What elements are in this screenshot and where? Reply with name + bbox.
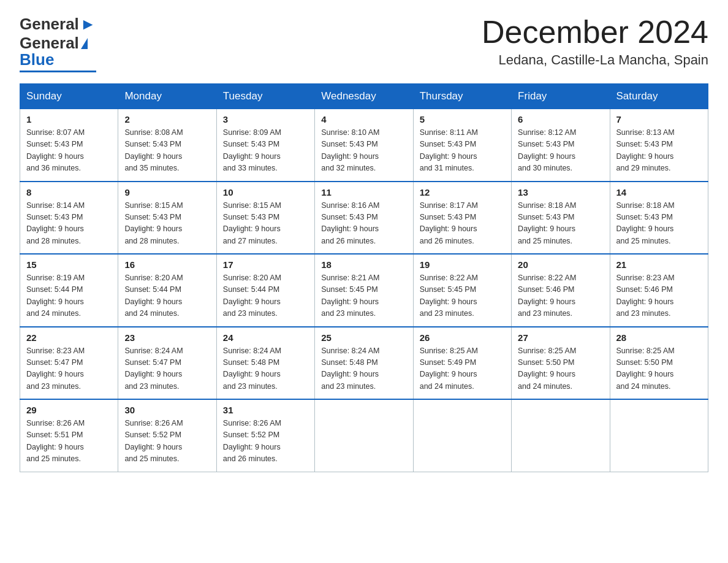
- day-cell: 28 Sunrise: 8:25 AMSunset: 5:50 PMDaylig…: [610, 327, 708, 400]
- day-cell: 26 Sunrise: 8:25 AMSunset: 5:49 PMDaylig…: [413, 327, 511, 400]
- day-number: 28: [616, 332, 702, 343]
- page-header: General ► General Blue December 2024 Led…: [20, 15, 708, 72]
- header-row: SundayMondayTuesdayWednesdayThursdayFrid…: [20, 84, 708, 109]
- col-header-wednesday: Wednesday: [315, 84, 413, 109]
- day-number: 17: [223, 259, 308, 270]
- day-number: 5: [420, 114, 505, 124]
- day-info: Sunrise: 8:17 AMSunset: 5:43 PMDaylight:…: [420, 201, 478, 245]
- day-cell: 20 Sunrise: 8:22 AMSunset: 5:46 PMDaylig…: [512, 254, 610, 327]
- day-info: Sunrise: 8:07 AMSunset: 5:43 PMDaylight:…: [26, 128, 85, 172]
- day-number: 14: [616, 187, 702, 197]
- day-number: 30: [124, 405, 210, 415]
- day-cell: 18 Sunrise: 8:21 AMSunset: 5:45 PMDaylig…: [315, 254, 413, 327]
- logo-general: General: [20, 15, 79, 34]
- day-cell: 30 Sunrise: 8:26 AMSunset: 5:52 PMDaylig…: [118, 399, 216, 472]
- day-info: Sunrise: 8:23 AMSunset: 5:47 PMDaylight:…: [26, 347, 85, 391]
- logo-blue: ►: [80, 15, 96, 34]
- day-info: Sunrise: 8:19 AMSunset: 5:44 PMDaylight:…: [26, 274, 85, 318]
- day-number: 11: [321, 187, 406, 197]
- day-cell: 10 Sunrise: 8:15 AMSunset: 5:43 PMDaylig…: [216, 182, 314, 255]
- day-cell: 22 Sunrise: 8:23 AMSunset: 5:47 PMDaylig…: [20, 327, 118, 400]
- week-row-3: 15 Sunrise: 8:19 AMSunset: 5:44 PMDaylig…: [20, 254, 708, 327]
- day-cell: 4 Sunrise: 8:10 AMSunset: 5:43 PMDayligh…: [315, 109, 413, 182]
- location-title: Ledana, Castille-La Mancha, Spain: [482, 52, 708, 68]
- day-info: Sunrise: 8:16 AMSunset: 5:43 PMDaylight:…: [321, 201, 379, 245]
- day-number: 24: [223, 332, 308, 343]
- day-cell: 9 Sunrise: 8:15 AMSunset: 5:43 PMDayligh…: [118, 182, 216, 255]
- day-info: Sunrise: 8:10 AMSunset: 5:43 PMDaylight:…: [321, 128, 379, 172]
- day-cell: 2 Sunrise: 8:08 AMSunset: 5:43 PMDayligh…: [118, 109, 216, 182]
- logo: General ► General Blue: [20, 15, 96, 72]
- day-number: 22: [26, 332, 112, 343]
- day-cell: [315, 399, 413, 472]
- logo-text: General ►: [20, 15, 96, 34]
- day-info: Sunrise: 8:09 AMSunset: 5:43 PMDaylight:…: [223, 128, 281, 172]
- day-number: 4: [321, 114, 406, 124]
- day-number: 29: [26, 405, 112, 415]
- logo-underline: [20, 71, 96, 72]
- logo-arrow-icon: [81, 38, 88, 49]
- week-row-2: 8 Sunrise: 8:14 AMSunset: 5:43 PMDayligh…: [20, 182, 708, 255]
- day-info: Sunrise: 8:08 AMSunset: 5:43 PMDaylight:…: [124, 128, 183, 172]
- day-number: 26: [420, 332, 505, 343]
- day-info: Sunrise: 8:26 AMSunset: 5:52 PMDaylight:…: [223, 419, 281, 463]
- day-number: 13: [518, 187, 603, 197]
- day-cell: 27 Sunrise: 8:25 AMSunset: 5:50 PMDaylig…: [512, 327, 610, 400]
- day-number: 3: [223, 114, 308, 124]
- day-cell: 17 Sunrise: 8:20 AMSunset: 5:44 PMDaylig…: [216, 254, 314, 327]
- day-number: 1: [26, 114, 112, 124]
- week-row-5: 29 Sunrise: 8:26 AMSunset: 5:51 PMDaylig…: [20, 399, 708, 472]
- day-number: 16: [124, 259, 210, 270]
- day-info: Sunrise: 8:13 AMSunset: 5:43 PMDaylight:…: [616, 128, 675, 172]
- week-row-4: 22 Sunrise: 8:23 AMSunset: 5:47 PMDaylig…: [20, 327, 708, 400]
- day-cell: 1 Sunrise: 8:07 AMSunset: 5:43 PMDayligh…: [20, 109, 118, 182]
- day-cell: 12 Sunrise: 8:17 AMSunset: 5:43 PMDaylig…: [413, 182, 511, 255]
- day-number: 27: [518, 332, 603, 343]
- day-number: 7: [616, 114, 702, 124]
- col-header-monday: Monday: [118, 84, 216, 109]
- day-cell: 23 Sunrise: 8:24 AMSunset: 5:47 PMDaylig…: [118, 327, 216, 400]
- col-header-saturday: Saturday: [610, 84, 708, 109]
- day-number: 25: [321, 332, 406, 343]
- day-cell: 29 Sunrise: 8:26 AMSunset: 5:51 PMDaylig…: [20, 399, 118, 472]
- day-number: 2: [124, 114, 210, 124]
- day-info: Sunrise: 8:25 AMSunset: 5:49 PMDaylight:…: [420, 347, 478, 391]
- day-info: Sunrise: 8:24 AMSunset: 5:47 PMDaylight:…: [124, 347, 183, 391]
- day-info: Sunrise: 8:26 AMSunset: 5:52 PMDaylight:…: [124, 419, 183, 463]
- day-cell: 14 Sunrise: 8:18 AMSunset: 5:43 PMDaylig…: [610, 182, 708, 255]
- day-info: Sunrise: 8:20 AMSunset: 5:44 PMDaylight:…: [124, 274, 183, 318]
- day-number: 9: [124, 187, 210, 197]
- day-info: Sunrise: 8:12 AMSunset: 5:43 PMDaylight:…: [518, 128, 576, 172]
- day-info: Sunrise: 8:22 AMSunset: 5:46 PMDaylight:…: [518, 274, 576, 318]
- logo-blue-text: Blue: [20, 50, 54, 69]
- day-number: 18: [321, 259, 406, 270]
- day-number: 20: [518, 259, 603, 270]
- col-header-thursday: Thursday: [413, 84, 511, 109]
- day-number: 10: [223, 187, 308, 197]
- day-cell: 6 Sunrise: 8:12 AMSunset: 5:43 PMDayligh…: [512, 109, 610, 182]
- day-info: Sunrise: 8:21 AMSunset: 5:45 PMDaylight:…: [321, 274, 379, 318]
- title-block: December 2024 Ledana, Castille-La Mancha…: [482, 15, 708, 68]
- day-info: Sunrise: 8:24 AMSunset: 5:48 PMDaylight:…: [321, 347, 379, 391]
- day-info: Sunrise: 8:15 AMSunset: 5:43 PMDaylight:…: [124, 201, 183, 245]
- day-cell: 3 Sunrise: 8:09 AMSunset: 5:43 PMDayligh…: [216, 109, 314, 182]
- col-header-tuesday: Tuesday: [216, 84, 314, 109]
- day-info: Sunrise: 8:22 AMSunset: 5:45 PMDaylight:…: [420, 274, 478, 318]
- day-cell: 25 Sunrise: 8:24 AMSunset: 5:48 PMDaylig…: [315, 327, 413, 400]
- day-info: Sunrise: 8:25 AMSunset: 5:50 PMDaylight:…: [616, 347, 675, 391]
- day-number: 8: [26, 187, 112, 197]
- day-number: 31: [223, 405, 308, 415]
- col-header-friday: Friday: [512, 84, 610, 109]
- day-number: 19: [420, 259, 505, 270]
- day-cell: [512, 399, 610, 472]
- day-info: Sunrise: 8:26 AMSunset: 5:51 PMDaylight:…: [26, 419, 85, 463]
- day-info: Sunrise: 8:25 AMSunset: 5:50 PMDaylight:…: [518, 347, 576, 391]
- day-info: Sunrise: 8:15 AMSunset: 5:43 PMDaylight:…: [223, 201, 281, 245]
- day-cell: 5 Sunrise: 8:11 AMSunset: 5:43 PMDayligh…: [413, 109, 511, 182]
- day-info: Sunrise: 8:18 AMSunset: 5:43 PMDaylight:…: [616, 201, 675, 245]
- day-cell: 16 Sunrise: 8:20 AMSunset: 5:44 PMDaylig…: [118, 254, 216, 327]
- day-cell: [610, 399, 708, 472]
- day-cell: 21 Sunrise: 8:23 AMSunset: 5:46 PMDaylig…: [610, 254, 708, 327]
- day-info: Sunrise: 8:18 AMSunset: 5:43 PMDaylight:…: [518, 201, 576, 245]
- month-title: December 2024: [482, 15, 708, 50]
